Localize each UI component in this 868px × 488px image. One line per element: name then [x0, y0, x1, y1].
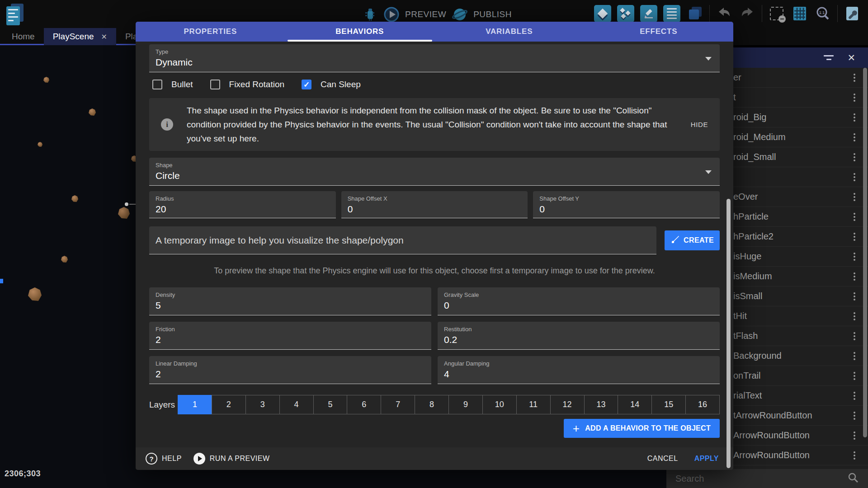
- shape-select[interactable]: Shape Circle: [149, 158, 720, 186]
- row-menu-icon[interactable]: [852, 251, 857, 263]
- help-icon[interactable]: ?: [146, 453, 157, 465]
- field-density[interactable]: Density5: [149, 287, 431, 315]
- row-menu-icon[interactable]: [852, 430, 857, 441]
- row-menu-icon[interactable]: [852, 410, 857, 422]
- capture-region-icon[interactable]: [768, 5, 785, 22]
- create-button[interactable]: CREATE: [665, 230, 720, 250]
- type-select[interactable]: Type Dynamic: [149, 44, 720, 72]
- layer-option-8[interactable]: 8: [415, 395, 449, 414]
- properties-list-icon[interactable]: [663, 5, 680, 22]
- asteroid-sprite[interactable]: [28, 287, 42, 301]
- close-panel-icon[interactable]: ✕: [847, 53, 855, 62]
- field-shape-offset-y[interactable]: Shape Offset Y0: [533, 191, 720, 218]
- undo-icon[interactable]: [716, 5, 733, 22]
- layer-option-2[interactable]: 2: [212, 395, 246, 414]
- row-menu-icon[interactable]: [852, 92, 857, 103]
- layer-option-3[interactable]: 3: [245, 395, 280, 414]
- row-menu-icon[interactable]: [852, 112, 857, 123]
- filter-icon[interactable]: [824, 55, 834, 60]
- selection-handle-dot[interactable]: [125, 202, 128, 206]
- preview-button[interactable]: PREVIEW: [405, 9, 446, 19]
- dialog-scrollbar[interactable]: [726, 199, 731, 468]
- layer-option-14[interactable]: 14: [618, 395, 652, 414]
- layer-option-11[interactable]: 11: [516, 395, 551, 414]
- field-radius[interactable]: Radius20: [149, 191, 336, 218]
- redo-icon[interactable]: [739, 5, 756, 22]
- checkbox-fixed-rotation[interactable]: Fixed Rotation: [210, 80, 285, 89]
- dialog-tab-effects[interactable]: EFFECTS: [584, 22, 734, 42]
- row-menu-icon[interactable]: [852, 191, 857, 203]
- asteroid-sprite[interactable]: [71, 195, 78, 202]
- publish-button[interactable]: PUBLISH: [473, 9, 512, 19]
- dialog-tab-properties[interactable]: PROPERTIES: [136, 22, 285, 42]
- field-friction[interactable]: Friction2: [149, 322, 431, 350]
- layer-option-1[interactable]: 1: [178, 395, 212, 414]
- row-menu-icon[interactable]: [852, 231, 857, 243]
- asteroid-sprite[interactable]: [43, 77, 49, 83]
- row-menu-icon[interactable]: [852, 450, 857, 461]
- objects-group-icon[interactable]: [617, 5, 634, 22]
- layer-option-9[interactable]: 9: [448, 395, 483, 414]
- add-object-icon[interactable]: [594, 5, 611, 22]
- layer-option-4[interactable]: 4: [279, 395, 314, 414]
- preview-play-icon[interactable]: [383, 6, 400, 23]
- row-menu-icon[interactable]: [852, 131, 857, 143]
- row-menu-icon[interactable]: [852, 390, 857, 402]
- cancel-button[interactable]: CANCEL: [647, 455, 678, 463]
- layer-option-15[interactable]: 15: [651, 395, 686, 414]
- row-menu-icon[interactable]: [852, 310, 857, 322]
- run-preview-icon[interactable]: [193, 453, 205, 465]
- row-menu-icon[interactable]: [852, 72, 857, 84]
- row-menu-icon[interactable]: [852, 291, 857, 302]
- field-shape-offset-x[interactable]: Shape Offset X0: [341, 191, 528, 218]
- checkbox-can-sleep[interactable]: ✓Can Sleep: [302, 80, 361, 89]
- row-menu-icon[interactable]: [852, 350, 857, 362]
- layer-option-16[interactable]: 16: [685, 395, 720, 414]
- asteroid-sprite[interactable]: [118, 207, 130, 219]
- field-gravity-scale[interactable]: Gravity Scale0: [438, 287, 720, 315]
- asteroid-sprite[interactable]: [89, 108, 96, 116]
- checkbox-bullet[interactable]: Bullet: [152, 80, 193, 89]
- asteroid-sprite[interactable]: [38, 142, 42, 147]
- window-tab-home[interactable]: Home: [3, 28, 44, 45]
- close-tab-icon[interactable]: ✕: [101, 33, 107, 41]
- objects-panel-scrollbar[interactable]: [863, 68, 867, 437]
- checkbox-unchecked-icon[interactable]: [152, 80, 162, 89]
- layer-option-10[interactable]: 10: [482, 395, 517, 414]
- layer-option-12[interactable]: 12: [550, 395, 585, 414]
- settings-wrench-icon[interactable]: [844, 5, 861, 22]
- project-manager-icon[interactable]: [6, 4, 24, 25]
- layer-option-13[interactable]: 13: [584, 395, 618, 414]
- publish-planet-icon[interactable]: [452, 6, 468, 23]
- debugger-icon[interactable]: [362, 6, 378, 23]
- grid-icon[interactable]: [791, 5, 808, 22]
- dialog-tab-behaviors[interactable]: BEHAVIORS: [285, 22, 435, 42]
- help-button[interactable]: HELP: [162, 455, 182, 463]
- asteroid-sprite[interactable]: [61, 256, 68, 263]
- field-angular-damping[interactable]: Angular Damping4: [438, 356, 720, 384]
- row-menu-icon[interactable]: [852, 171, 857, 183]
- layer-option-6[interactable]: 6: [347, 395, 381, 414]
- layer-option-7[interactable]: 7: [381, 395, 415, 414]
- hide-button[interactable]: HIDE: [691, 121, 708, 128]
- field-linear-damping[interactable]: Linear Damping2: [149, 356, 431, 384]
- row-menu-icon[interactable]: [852, 211, 857, 223]
- checkbox-checked-icon[interactable]: ✓: [302, 80, 311, 89]
- row-menu-icon[interactable]: [852, 330, 857, 342]
- row-menu-icon[interactable]: [852, 271, 857, 282]
- zoom-one-to-one-icon[interactable]: 1:1: [814, 5, 831, 22]
- temp-image-field[interactable]: A temporary image to help you visualize …: [149, 226, 656, 254]
- checkbox-unchecked-icon[interactable]: [210, 80, 220, 89]
- layers-icon[interactable]: [686, 5, 703, 22]
- dialog-tab-variables[interactable]: VARIABLES: [434, 22, 584, 42]
- edit-pencil-icon[interactable]: [640, 5, 657, 22]
- window-tab-playscene[interactable]: PlayScene✕: [44, 28, 116, 45]
- objects-search-input[interactable]: [666, 474, 847, 484]
- row-menu-icon[interactable]: [852, 151, 857, 163]
- add-behavior-button[interactable]: + ADD A BEHAVIOR TO THE OBJECT: [564, 419, 720, 438]
- field-restitution[interactable]: Restitution0.2: [438, 322, 720, 350]
- apply-button[interactable]: APPLY: [694, 455, 719, 463]
- layer-option-5[interactable]: 5: [313, 395, 348, 414]
- run-preview-button[interactable]: RUN A PREVIEW: [210, 455, 270, 463]
- row-menu-icon[interactable]: [852, 370, 857, 382]
